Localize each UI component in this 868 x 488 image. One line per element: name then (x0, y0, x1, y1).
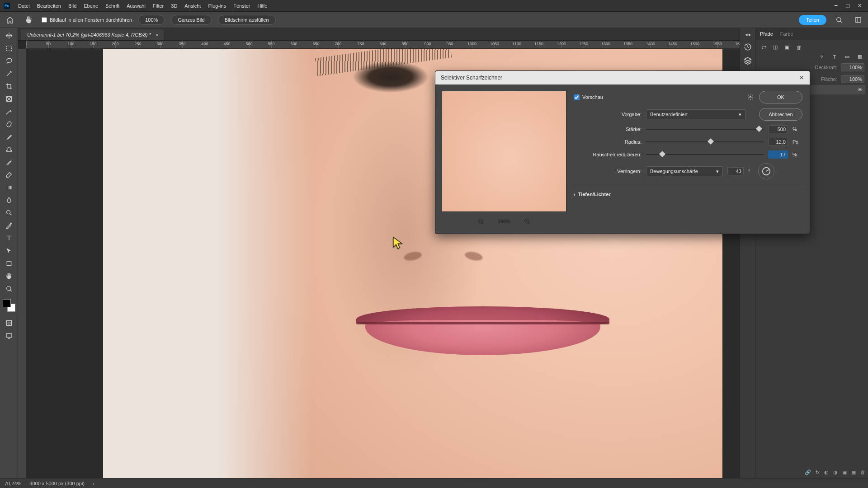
radius-input[interactable] (768, 138, 788, 146)
menu-hilfe[interactable]: Hilfe (254, 0, 271, 12)
link-layers-icon[interactable]: 🔗 (805, 469, 811, 475)
fx-icon[interactable]: fx (816, 469, 820, 475)
tab-color[interactable]: Farbe (780, 31, 793, 37)
color-swatches[interactable] (3, 299, 15, 312)
crop-tool-icon[interactable] (3, 80, 15, 92)
tab-paths[interactable]: Pfade (760, 31, 773, 37)
window-close-icon[interactable]: ✕ (854, 2, 864, 10)
trash-icon[interactable]: 🗑 (794, 45, 803, 50)
gradient-tool-icon[interactable] (3, 182, 15, 193)
menu-3d[interactable]: 3D (167, 0, 181, 12)
type-tool-icon[interactable] (3, 232, 15, 244)
history-panel-icon[interactable] (744, 43, 752, 51)
new-layer-icon[interactable]: ▦ (851, 469, 856, 475)
lasso-tool-icon[interactable] (3, 55, 15, 67)
layers-panel-icon[interactable] (744, 56, 752, 65)
dialog-titlebar[interactable]: Selektiver Scharfzeichner ✕ (435, 71, 810, 84)
history-brush-tool-icon[interactable] (3, 156, 15, 168)
radius-slider[interactable] (646, 138, 764, 145)
foreground-color-swatch[interactable] (3, 299, 11, 307)
document-tab[interactable]: Unbenannt-1 bei 70,2% (girl-2406963 Kopi… (21, 29, 164, 40)
text-icon[interactable]: T (830, 54, 839, 60)
move-tool-icon[interactable] (3, 30, 15, 42)
group-icon[interactable]: ▣ (842, 469, 847, 475)
preset-select[interactable]: Benutzerdefiniert ▾ (646, 109, 745, 119)
status-doc-info[interactable]: 3000 x 5000 px (300 ppi) (29, 481, 85, 486)
dialog-close-icon[interactable]: ✕ (797, 73, 806, 82)
scroll-all-windows-checkbox[interactable]: Bildlauf in allen Fenstern durchführen (42, 17, 132, 23)
ruler-horizontal[interactable]: 0501001502002503003504004505005506006507… (26, 41, 740, 49)
tab-close-icon[interactable]: × (156, 32, 158, 38)
hand-tool-icon-2[interactable] (3, 270, 15, 282)
fill-value[interactable] (841, 75, 864, 83)
visibility-icon-1[interactable]: 👁 (855, 87, 864, 93)
search-icon[interactable] (833, 14, 845, 26)
brush-tool-icon[interactable] (3, 131, 15, 143)
link-icon[interactable]: ⮂ (759, 45, 768, 50)
menu-fenster[interactable]: Fenster (230, 0, 254, 12)
heal-tool-icon[interactable] (3, 118, 15, 130)
angle-dial-icon[interactable] (758, 163, 774, 179)
stamp-tool-icon[interactable] (3, 144, 15, 155)
zoom-out-icon[interactable] (476, 216, 486, 226)
fill-screen-button[interactable]: Bildschirm ausfüllen (218, 15, 276, 25)
pen-tool-icon[interactable] (3, 220, 15, 231)
hand-tool-icon[interactable] (23, 14, 35, 26)
zoom-100-button[interactable]: 100% (138, 15, 165, 25)
preview-checkbox[interactable]: Vorschau (574, 94, 603, 100)
status-zoom[interactable]: 70,24% (5, 481, 21, 486)
mask-icon[interactable]: ◫ (771, 44, 780, 50)
amount-input[interactable] (768, 125, 788, 133)
share-button[interactable]: Teilen (799, 15, 826, 25)
menu-plugins[interactable]: Plug-ins (204, 0, 230, 12)
menu-auswahl[interactable]: Auswahl (123, 0, 149, 12)
shape-tool-icon[interactable] (3, 258, 15, 269)
chevron-right-icon: › (574, 192, 576, 197)
opacity-value[interactable] (841, 63, 864, 71)
path-select-tool-icon[interactable] (3, 245, 15, 257)
menu-ebene[interactable]: Ebene (80, 0, 102, 12)
noise-slider[interactable] (646, 151, 764, 158)
shadows-highlights-expander[interactable]: › Tiefen/Lichter (574, 192, 802, 197)
menu-schrift[interactable]: Schrift (102, 0, 123, 12)
dodge-tool-icon[interactable] (3, 207, 15, 219)
remove-select[interactable]: Bewegungsunschärfe ▾ (646, 166, 723, 176)
workspace-switcher-icon[interactable] (852, 14, 864, 26)
ok-button[interactable]: OK (759, 91, 802, 103)
fit-image-button[interactable]: Ganzes Bild (171, 15, 211, 25)
noise-input[interactable] (768, 150, 788, 159)
dialog-preview[interactable] (442, 91, 566, 212)
eraser-tool-icon[interactable] (3, 169, 15, 181)
cancel-button[interactable]: Abbrechen (759, 108, 802, 121)
delete-layer-icon[interactable]: 🗑 (860, 469, 865, 475)
filter-icon[interactable]: ▿ (817, 54, 826, 60)
menu-bearbeiten[interactable]: Bearbeiten (33, 0, 65, 12)
window-maximize-icon[interactable]: ▢ (843, 2, 853, 10)
eyedropper-tool-icon[interactable] (3, 106, 15, 117)
menu-filter[interactable]: Filter (149, 0, 167, 12)
expand-panels-icon[interactable]: ◂◂ (745, 32, 750, 38)
img-icon[interactable]: ▦ (855, 54, 864, 60)
mask2-icon[interactable]: ▣ (783, 44, 792, 50)
wand-tool-icon[interactable] (3, 68, 15, 80)
blur-tool-icon[interactable] (3, 194, 15, 206)
menu-ansicht[interactable]: Ansicht (181, 0, 204, 12)
remove-angle-input[interactable] (727, 167, 744, 175)
zoom-in-icon[interactable] (522, 216, 532, 226)
dialog-settings-icon[interactable] (746, 93, 755, 101)
menu-datei[interactable]: Datei (14, 0, 33, 12)
screen-mode-icon[interactable] (3, 330, 15, 342)
frame-tool-icon[interactable] (3, 93, 15, 105)
amount-slider[interactable] (646, 126, 764, 133)
quick-mask-icon[interactable] (3, 317, 15, 329)
menu-bild[interactable]: Bild (65, 0, 80, 12)
marquee-tool-icon[interactable] (3, 42, 15, 54)
adjustment-icon[interactable]: ◑ (833, 469, 838, 475)
ruler-vertical[interactable] (18, 49, 26, 478)
mask-add-icon[interactable]: ◐ (824, 469, 829, 475)
shape-icon[interactable]: ▭ (843, 54, 852, 60)
status-chevron-icon[interactable]: › (93, 481, 94, 486)
zoom-tool-icon[interactable] (3, 283, 15, 295)
window-minimize-icon[interactable]: ━ (831, 2, 841, 10)
home-icon[interactable] (4, 14, 16, 26)
